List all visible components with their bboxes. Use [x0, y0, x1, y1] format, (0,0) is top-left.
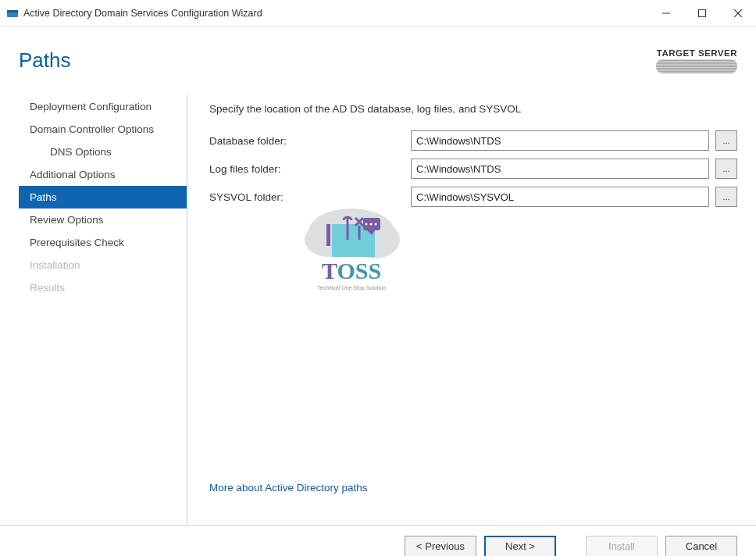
minimize-button[interactable]: [648, 0, 684, 27]
sidebar-item-domain-controller-options[interactable]: Domain Controller Options: [19, 118, 187, 141]
database-folder-label: Database folder:: [209, 135, 405, 147]
close-button[interactable]: [720, 0, 756, 27]
app-icon: [6, 7, 19, 20]
instruction-text: Specify the location of the AD DS databa…: [209, 103, 737, 115]
sidebar-item-prerequisites-check[interactable]: Prerequisites Check: [19, 231, 187, 254]
database-folder-row: Database folder: ...: [209, 130, 737, 151]
window-controls: [648, 0, 756, 27]
sidebar-item-dns-options[interactable]: DNS Options: [19, 141, 187, 163]
logfiles-folder-browse-button[interactable]: ...: [715, 159, 737, 179]
window-title: Active Directory Domain Services Configu…: [23, 8, 262, 19]
target-server-box: TARGET SERVER: [656, 48, 737, 73]
sidebar-item-additional-options[interactable]: Additional Options: [19, 163, 187, 186]
svg-point-13: [370, 223, 373, 226]
previous-button[interactable]: < Previous: [405, 536, 476, 557]
sidebar-item-deployment-configuration[interactable]: Deployment Configuration: [19, 95, 187, 118]
target-server-name-redacted: [656, 59, 737, 73]
database-folder-browse-button[interactable]: ...: [715, 130, 737, 151]
header: Paths TARGET SERVER: [0, 27, 756, 80]
titlebar: Active Directory Domain Services Configu…: [0, 0, 756, 27]
maximize-button[interactable]: [684, 0, 720, 27]
svg-rect-3: [699, 9, 706, 16]
next-button[interactable]: Next >: [484, 536, 556, 557]
watermark-subtitle: Technical One Stop Solution: [317, 285, 386, 291]
more-about-paths-link[interactable]: More about Active Directory paths: [209, 482, 368, 494]
svg-point-12: [366, 223, 368, 226]
cancel-button[interactable]: Cancel: [665, 536, 737, 557]
logfiles-folder-row: Log files folder: ...: [209, 159, 737, 179]
wizard-body: Deployment Configuration Domain Controll…: [0, 80, 756, 525]
sidebar-item-paths[interactable]: Paths: [19, 186, 187, 208]
sidebar-item-installation: Installation: [19, 254, 187, 276]
sidebar-item-results: Results: [19, 276, 187, 299]
database-folder-input[interactable]: [411, 130, 709, 151]
logfiles-folder-label: Log files folder:: [209, 163, 405, 175]
sysvol-folder-browse-button[interactable]: ...: [715, 187, 737, 207]
sysvol-folder-input[interactable]: [411, 187, 709, 207]
page-title: Paths: [19, 48, 71, 73]
sidebar: Deployment Configuration Domain Controll…: [19, 95, 187, 525]
svg-rect-1: [7, 10, 18, 12]
install-button: Install: [586, 536, 658, 557]
watermark-logo: TOSS Technical One Stop Solution: [289, 201, 430, 305]
content-panel: Specify the location of the AD DS databa…: [187, 95, 737, 525]
svg-text:TOSS: TOSS: [322, 258, 381, 283]
svg-rect-15: [326, 224, 330, 246]
footer: < Previous Next > Install Cancel: [0, 525, 756, 556]
sidebar-item-review-options[interactable]: Review Options: [19, 208, 187, 231]
svg-point-14: [375, 223, 377, 226]
logfiles-folder-input[interactable]: [411, 159, 709, 179]
target-server-label: TARGET SERVER: [656, 48, 737, 58]
